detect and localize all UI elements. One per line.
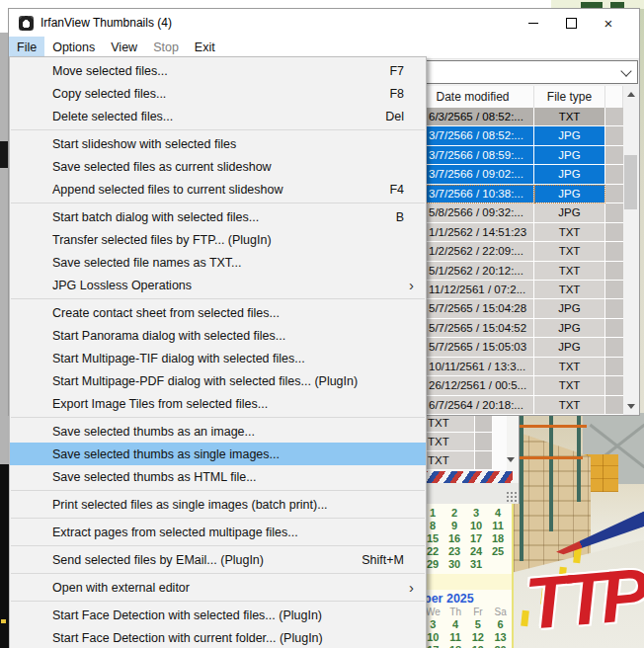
menu-item-label: Append selected files to current slidesh… (52, 183, 389, 197)
logo-text: TTP (523, 552, 644, 646)
calendar-day[interactable]: 5 (467, 618, 490, 631)
fragment-file-row[interactable]: TXT (422, 433, 519, 451)
menubar-item-exit[interactable]: Exit (187, 37, 223, 58)
calendar-day[interactable]: 9 (443, 520, 465, 532)
menu-item[interactable]: Copy selected files...F8 (10, 82, 426, 105)
menu-separator (11, 490, 425, 491)
scroll-down-button[interactable] (623, 398, 638, 415)
menu-item[interactable]: Save selected thumbs as single images... (10, 443, 426, 465)
menu-item-shortcut: Shift+M (362, 553, 416, 567)
calendar-day[interactable]: 16 (443, 532, 465, 545)
menu-item[interactable]: Append selected files to current slidesh… (10, 178, 426, 201)
calendar-day[interactable]: 4 (487, 507, 509, 520)
fragment-scroll-track[interactable] (493, 451, 507, 470)
file-row-type: JPG (534, 299, 605, 318)
submenu-arrow-icon: › (409, 580, 416, 595)
calendar-day[interactable]: 12 (467, 631, 490, 644)
menu-item-label: Print selected files as single images (b… (52, 498, 416, 512)
menu-item[interactable]: Open with external editor› (10, 576, 426, 599)
menu-item[interactable]: Start Face Detection with current folder… (10, 626, 426, 648)
menu-item[interactable]: Create contact sheet from selected files… (10, 301, 426, 324)
scroll-up-button[interactable] (623, 86, 638, 103)
rack-beam (514, 456, 583, 459)
menu-item[interactable]: Start batch dialog with selected files..… (10, 205, 426, 228)
calendar-day[interactable]: 11 (444, 631, 467, 644)
calendar-day[interactable]: 3 (465, 507, 487, 520)
file-row-type: JPG (534, 146, 605, 165)
menu-item[interactable]: Move selected files...F7 (10, 59, 426, 82)
fragment-scroll-track[interactable] (493, 414, 507, 433)
column-header-file-type[interactable]: File type (534, 86, 605, 108)
file-row-type: TXT (534, 358, 605, 376)
menu-item[interactable]: Export Image Tiles from selected files..… (10, 392, 426, 415)
file-row-extra-cell (605, 242, 623, 261)
menu-item-label: Transfer selected files by FTP... (PlugI… (52, 233, 416, 247)
calendar-day[interactable]: 17 (465, 532, 487, 545)
menu-item[interactable]: Start Multipage-PDF dialog with selected… (10, 369, 426, 392)
menubar-item-view[interactable]: View (103, 37, 145, 58)
menu-item[interactable]: Start Face Detection with selected files… (10, 604, 426, 626)
fragment-scroll-track[interactable] (493, 433, 507, 451)
calendar-day[interactable]: 4 (444, 618, 467, 631)
menu-item[interactable]: Extract pages from selected multipage fi… (10, 521, 426, 543)
menubar-item-stop[interactable]: Stop (145, 37, 187, 58)
menu-item[interactable]: Save selected file names as TXT... (10, 251, 426, 274)
scroll-down-icon[interactable] (507, 457, 515, 462)
titlebar[interactable]: IrfanView Thumbnails (4) × (9, 9, 639, 37)
menu-item[interactable]: JPG Lossless Operations› (10, 274, 426, 296)
menu-item-label: Move selected files... (52, 64, 389, 78)
file-row-extra-cell (605, 396, 623, 415)
file-row-type: TXT (534, 376, 605, 395)
menu-item-label: Save selected file names as TXT... (52, 256, 416, 270)
calendar-day[interactable]: 31 (465, 558, 487, 571)
menu-item[interactable]: Start Panorama dialog with selected file… (10, 324, 426, 347)
calendar-day[interactable]: 18 (444, 644, 467, 648)
calendar-day[interactable]: 13 (489, 631, 512, 644)
menu-item[interactable]: Delete selected files...Del (10, 105, 426, 127)
calendar-day[interactable]: 30 (443, 558, 465, 571)
calendar-month-header: ber 2025 (422, 590, 512, 607)
menu-item-label: JPG Lossless Operations (52, 279, 409, 292)
calendar-day[interactable]: 24 (465, 545, 487, 558)
fragment-file-row[interactable]: TXT (422, 451, 519, 470)
menubar-item-options[interactable]: Options (44, 37, 103, 58)
calendar-day[interactable]: 23 (443, 545, 465, 558)
minimize-button[interactable] (515, 9, 552, 37)
menu-item[interactable]: Start Multipage-TIF dialog with selected… (10, 347, 426, 369)
menu-item[interactable]: Transfer selected files by FTP... (PlugI… (10, 228, 426, 251)
calendar-day[interactable]: 2 (443, 507, 465, 520)
scrollbar-thumb[interactable] (624, 155, 637, 209)
resize-grip[interactable] (506, 491, 517, 502)
maximize-button[interactable] (552, 9, 590, 37)
menu-item-label: Copy selected files... (52, 87, 389, 101)
fragment-file-row[interactable]: TXT (422, 414, 519, 433)
calendar-day[interactable]: 10 (465, 520, 487, 532)
calendar-day[interactable]: 20 (489, 644, 512, 648)
menu-item[interactable]: Send selected files by EMail... (PlugIn)… (10, 548, 426, 571)
file-row-type: TXT (534, 108, 605, 126)
menu-item[interactable]: Start slideshow with selected files (10, 132, 426, 155)
file-row-type: JPG (534, 165, 605, 184)
vertical-scrollbar[interactable] (623, 86, 638, 415)
menu-item[interactable]: Print selected files as single images (b… (10, 493, 426, 516)
close-button[interactable]: × (590, 9, 627, 37)
calendar-dayname: Fr (467, 607, 490, 618)
menu-item-shortcut: F7 (389, 64, 416, 78)
irfanview-app-icon (19, 16, 34, 31)
calendar-day[interactable]: 6 (489, 618, 512, 631)
menu-item[interactable]: Save selected files as current slideshow (10, 155, 426, 178)
file-row-extra-cell (605, 108, 623, 126)
fragment-statusbar (422, 483, 519, 504)
menu-item[interactable]: Save selected thumbs as HTML file... (10, 465, 426, 488)
sliver-yellow-dot (1, 619, 6, 623)
menu-item-label: Start Multipage-PDF dialog with selected… (52, 374, 416, 388)
menu-item[interactable]: Save selected thumbs as an image... (10, 420, 426, 443)
calendar-week-row: 3456 (422, 618, 512, 631)
calendar-day[interactable]: 25 (487, 545, 509, 558)
calendar-day[interactable]: 18 (487, 532, 509, 545)
menubar-item-file[interactable]: File (9, 37, 44, 58)
calendar-day[interactable]: 11 (487, 520, 509, 532)
file-row-type: TXT (534, 281, 605, 299)
menu-item-label: Extract pages from selected multipage fi… (52, 526, 416, 539)
calendar-day[interactable]: 19 (467, 644, 490, 648)
